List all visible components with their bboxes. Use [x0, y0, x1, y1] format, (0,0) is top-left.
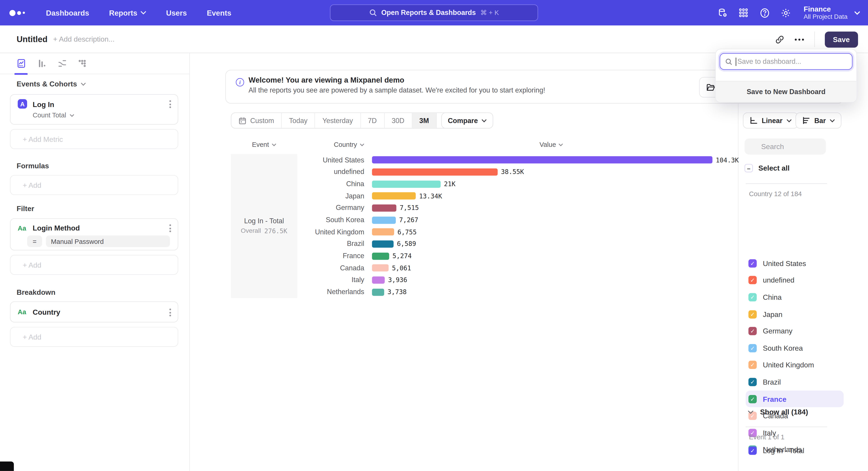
country-checkbox[interactable]: ✓ [748, 378, 757, 386]
mixpanel-app: DashboardsReportsUsersEvents Open Report… [0, 0, 868, 471]
save-button[interactable]: Save [825, 31, 858, 47]
bar-chart-icon [802, 116, 811, 125]
report-title[interactable]: Untitled [17, 34, 48, 44]
filter-type-badge: Aa [18, 225, 26, 232]
bar-segment[interactable] [372, 216, 396, 224]
compare-button[interactable]: Compare [441, 112, 493, 128]
range-label: 3M [419, 117, 429, 124]
add-description-button[interactable]: + Add description... [53, 35, 115, 43]
country-checkbox[interactable]: ✓ [748, 293, 757, 301]
country-row[interactable]: ✓Japan [746, 306, 844, 323]
country-row[interactable]: ✓China [746, 289, 844, 306]
add-filter-button[interactable]: + Add [10, 255, 178, 275]
more-options-icon[interactable] [794, 38, 804, 41]
select-all-checkbox[interactable]: – [745, 164, 753, 172]
nav-item-events[interactable]: Events [207, 8, 231, 17]
country-checkbox[interactable]: ✓ [748, 276, 757, 285]
metric-aggregation-dropdown[interactable]: Count Total [33, 111, 74, 119]
add-formula-button[interactable]: + Add [10, 175, 178, 195]
mixpanel-logo-icon[interactable] [9, 10, 29, 16]
country-row[interactable]: ✓United States [746, 255, 844, 272]
country-checkbox[interactable]: ✓ [748, 327, 757, 335]
help-icon[interactable] [759, 7, 770, 18]
country-row[interactable]: ✓Germany [746, 323, 844, 340]
range-3m[interactable]: 3M [412, 113, 437, 128]
nav-item-dashboards[interactable]: Dashboards [46, 8, 89, 17]
add-breakdown-button[interactable]: + Add [10, 327, 178, 347]
range-30d[interactable]: 30D [384, 113, 412, 128]
country-checkbox[interactable]: ✓ [748, 310, 757, 318]
bar-segment[interactable] [372, 240, 394, 248]
country-row[interactable]: ✓Brazil [746, 374, 844, 390]
project-switcher[interactable]: Finance All Project Data [804, 5, 860, 21]
bar-segment[interactable] [372, 180, 441, 187]
linear-axis-icon [749, 116, 758, 125]
tab-funnels[interactable] [35, 56, 48, 70]
apps-grid-icon[interactable] [738, 7, 749, 18]
bar-segment[interactable] [372, 193, 416, 200]
bar-segment[interactable] [372, 253, 389, 260]
country-row[interactable]: ✓undefined [746, 272, 844, 289]
bar-segment[interactable] [372, 168, 498, 176]
events-cohorts-header[interactable]: Events & Cohorts [17, 80, 86, 88]
select-all-row[interactable]: – Select all [745, 164, 789, 172]
country-checkbox[interactable]: ✓ [748, 344, 757, 352]
chart-type-dropdown[interactable]: Bar [796, 112, 841, 128]
project-name: Finance [804, 5, 847, 13]
nav-item-users[interactable]: Users [166, 8, 187, 17]
global-search-button[interactable]: Open Reports & Dashboards ⌘ + K [330, 4, 538, 21]
show-all-toggle[interactable]: Show all (184) [748, 408, 808, 416]
bar-segment[interactable] [372, 156, 712, 164]
settings-gear-icon[interactable] [780, 7, 791, 18]
bar-segment[interactable] [372, 229, 394, 236]
range-today[interactable]: Today [282, 113, 315, 128]
metric-name[interactable]: Log In [33, 100, 54, 109]
nav-item-label: Events [207, 8, 231, 17]
bar-value-label: 3,936 [388, 276, 407, 284]
filter-kebab-icon[interactable] [169, 225, 171, 232]
column-header-value[interactable]: Value [496, 141, 607, 148]
save-to-new-dashboard-button[interactable]: Save to New Dashboard [716, 81, 857, 102]
country-checkbox[interactable]: ✓ [748, 259, 757, 268]
filter-card-login-method[interactable]: Aa Login Method = Manual Password [10, 218, 178, 251]
breakdown-kebab-icon[interactable] [169, 308, 171, 316]
add-metric-button[interactable]: + Add Metric [10, 129, 178, 149]
filter-property-name[interactable]: Login Method [33, 224, 80, 232]
metric-kebab-icon[interactable] [169, 100, 171, 108]
range-yesterday[interactable]: Yesterday [315, 113, 361, 128]
bar-segment[interactable] [372, 289, 384, 296]
search-icon [369, 9, 377, 17]
segment-search-input[interactable] [745, 139, 826, 154]
breakdown-property-name[interactable]: Country [33, 308, 60, 317]
column-header-country[interactable]: Country [289, 141, 364, 148]
country-checkbox[interactable]: ✓ [748, 395, 757, 403]
country-row[interactable]: ✓South Korea [746, 340, 844, 356]
metric-card-log-in[interactable]: A Log In Count Total [10, 94, 178, 125]
input-placeholder: Save to dashboard... [737, 58, 801, 65]
bar-segment[interactable] [372, 264, 389, 272]
country-row[interactable]: ✓France [746, 390, 844, 407]
tab-retention[interactable] [75, 56, 89, 70]
filter-operator-dropdown[interactable]: = [27, 235, 42, 247]
filter-value-dropdown[interactable]: Manual Password [46, 235, 170, 247]
chart-scale-dropdown[interactable]: Linear [743, 112, 798, 128]
tab-insights[interactable] [14, 56, 28, 70]
event-checkbox-row[interactable]: ✓ Log In - Total [748, 447, 804, 455]
range-custom[interactable]: Custom [231, 113, 282, 128]
breakdown-card-country[interactable]: Aa Country [10, 301, 178, 322]
save-to-dashboard-input[interactable]: Save to dashboard... [720, 53, 852, 70]
bar-segment[interactable] [372, 205, 397, 212]
data-management-icon[interactable] [717, 7, 728, 18]
nav-item-reports[interactable]: Reports [109, 8, 146, 17]
country-row[interactable]: ✓United Kingdom [746, 356, 844, 374]
bar-value-label: 7,267 [399, 216, 418, 224]
column-header-event[interactable]: Event [231, 141, 297, 148]
bar-category-label: South Korea [231, 216, 364, 224]
tab-flows[interactable] [55, 56, 69, 70]
event-checkbox[interactable]: ✓ [748, 447, 757, 455]
country-checkbox[interactable]: ✓ [748, 361, 757, 369]
range-7d[interactable]: 7D [361, 113, 384, 128]
bar-segment[interactable] [372, 276, 385, 284]
range-label: Today [289, 117, 308, 124]
copy-link-icon[interactable] [775, 35, 784, 44]
